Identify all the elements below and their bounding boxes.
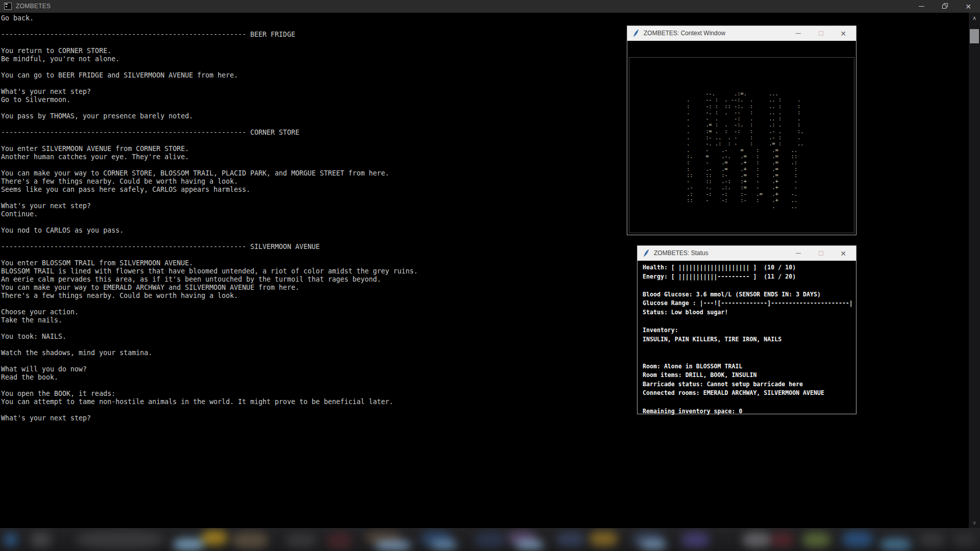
status-titlebar: ZOMBETES: Status ✕ (638, 246, 856, 261)
context-close-button[interactable]: ✕ (835, 26, 852, 41)
tk-feather-icon (632, 29, 640, 40)
taskbar[interactable] (0, 528, 980, 551)
chevron-up-icon: ∧ (972, 15, 976, 21)
context-canvas: --. .:=. ... . -- : . --:. . .. : . : -:… (629, 57, 854, 233)
status-window: ZOMBETES: Status ✕ Health: [ |||||||||||… (637, 245, 856, 414)
console-close-button[interactable]: ✕ (957, 0, 980, 13)
close-icon: ✕ (965, 3, 971, 10)
minimize-icon (796, 253, 801, 254)
console-minimize-button[interactable] (910, 0, 933, 13)
console-icon (4, 3, 12, 10)
close-icon: ✕ (840, 30, 846, 37)
context-minimize-button[interactable] (790, 26, 807, 41)
scrollbar-thumb[interactable] (970, 29, 979, 43)
terminal-output: Go back. -------------------------------… (1, 14, 418, 422)
status-output: Health: [ |||||||||||||||||||| ] (10 / 1… (643, 263, 853, 416)
desktop: ZOMBETES ✕ Go back. --------------------… (0, 0, 980, 551)
console-scrollbar[interactable]: ∧ ∨ (969, 13, 980, 528)
scroll-down-arrow[interactable]: ∨ (969, 518, 980, 527)
context-titlebar: ZOMBETES: Context Window ✕ (627, 26, 856, 41)
minimize-icon (796, 33, 801, 34)
restore-icon (943, 4, 947, 9)
context-window-title: ZOMBETES: Context Window (644, 30, 725, 37)
console-window-title: ZOMBETES (16, 3, 51, 10)
taskbar-blurred-icons (0, 528, 980, 551)
console-titlebar: ZOMBETES ✕ (0, 0, 980, 13)
tk-feather-icon (643, 249, 650, 260)
status-client-area: Health: [ |||||||||||||||||||| ] (10 / 1… (638, 261, 856, 414)
chevron-down-icon: ∨ (972, 519, 976, 526)
console-restore-button[interactable] (933, 0, 957, 13)
minimize-icon (919, 6, 924, 7)
scroll-up-arrow[interactable]: ∧ (969, 14, 980, 22)
maximize-icon (819, 251, 823, 256)
context-client-area: --. .:=. ... . -- : . --:. . .. : . : -:… (627, 41, 856, 235)
status-close-button[interactable]: ✕ (835, 246, 852, 261)
context-window: ZOMBETES: Context Window ✕ --. .:=. ... … (627, 26, 856, 235)
close-icon: ✕ (840, 250, 846, 257)
context-maximize-button[interactable] (812, 26, 829, 41)
status-maximize-button[interactable] (812, 246, 829, 261)
status-window-title: ZOMBETES: Status (654, 249, 708, 257)
status-minimize-button[interactable] (790, 246, 807, 261)
context-ascii-art: --. .:=. ... . -- : . --:. . .. : . : -:… (683, 90, 804, 210)
maximize-icon (819, 31, 823, 36)
